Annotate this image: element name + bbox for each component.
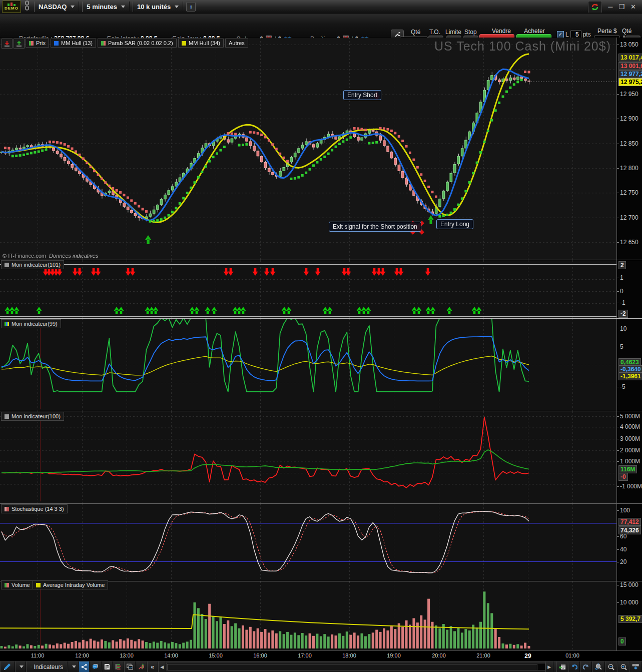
indicators-dropdown[interactable]: [68, 661, 79, 672]
goto-date-button[interactable]: [556, 661, 568, 672]
axis-tick-label: 4 000M: [620, 423, 640, 430]
chevron-down-icon: [72, 665, 76, 668]
axis-value-box: 2: [618, 261, 626, 269]
volume-tab[interactable]: Volume: [1, 580, 34, 589]
info-button[interactable]: i: [186, 2, 196, 12]
demo-badge: DEMO: [2, 1, 21, 13]
axis-value-box: 116M: [618, 465, 637, 473]
axis-tick-label: 12 800: [620, 165, 638, 172]
collapse-icon: «: [151, 663, 154, 670]
sell-header: Vendre: [489, 28, 514, 35]
scrollbar-thumb[interactable]: [167, 664, 537, 670]
title-bar: DEMO NASDAQ 5 minutes 10 k unités i ─: [0, 0, 642, 14]
buy-header: Acheter: [520, 28, 548, 35]
sell-marker-button[interactable]: [2, 39, 13, 49]
panel-separator[interactable]: [0, 503, 642, 504]
stochastic-tab[interactable]: Stochastique (14 3 3): [1, 504, 68, 513]
axis-tick-label: 100: [620, 507, 630, 514]
axis-tick-mark: [617, 416, 619, 417]
axis-tick-mark: [617, 45, 619, 45]
axis-value-box: 13 001,6: [618, 62, 642, 70]
windows-button[interactable]: [124, 661, 136, 672]
indicator-100-tab[interactable]: Mon indicateur(100): [1, 412, 64, 421]
indicators-button[interactable]: Indicateurs: [26, 661, 68, 672]
draw-tool-dropdown[interactable]: [15, 661, 26, 672]
axis-tick-label: 10 000: [620, 599, 638, 606]
time-axis[interactable]: 11:0012:0013:0014:0015:0016:0017:0018:00…: [0, 650, 642, 661]
axis-tick-mark: [617, 510, 619, 511]
volume-canvas[interactable]: [0, 581, 616, 650]
axis-value-box: 5 392,7: [618, 615, 642, 623]
indicator-99-tab[interactable]: Mon indicateur(99): [1, 319, 61, 328]
instrument-selector[interactable]: NASDAQ: [34, 2, 79, 12]
indicator-100-canvas[interactable]: [0, 411, 616, 504]
axis-tick-label: 5 000M: [620, 413, 640, 420]
axis-value-box: 12 977,2: [618, 70, 642, 78]
news-button[interactable]: [102, 661, 113, 672]
share-button[interactable]: [79, 661, 90, 672]
close-button[interactable]: ✕: [630, 3, 636, 11]
zoom-fit-button[interactable]: [592, 661, 605, 672]
scroll-left-button[interactable]: ◀: [158, 661, 166, 672]
legend-item-prix[interactable]: Prix: [26, 39, 49, 48]
stop-label: Stop: [464, 29, 477, 36]
indicator-101-canvas[interactable]: [0, 260, 616, 319]
redo-button[interactable]: [580, 661, 592, 672]
time-axis-label: 15:00: [209, 652, 223, 658]
indicator-99-title: Mon indicateur(99): [12, 321, 58, 327]
legend-item-mm-hull-13-[interactable]: MM Hull (13): [51, 39, 96, 48]
instrument-watermark: US Tech 100 Cash (Mini 20$): [434, 39, 611, 54]
axis-value-box: 74,326: [618, 526, 641, 534]
limit-label: Limite: [445, 29, 461, 36]
chat-button[interactable]: [90, 661, 102, 672]
columns-button[interactable]: [629, 661, 642, 672]
chart-scrollbar[interactable]: [166, 663, 545, 670]
orderbook-button[interactable]: [113, 661, 124, 672]
axis-tick-mark: [617, 144, 619, 144]
time-axis-label: 29: [524, 652, 531, 659]
legend-item-autres[interactable]: Autres: [225, 39, 248, 48]
maximize-button[interactable]: ❒: [618, 3, 624, 11]
stochastic-chip-icon: [5, 507, 9, 511]
zoom-out-button[interactable]: [605, 661, 617, 672]
axis-value-box: -0: [618, 473, 628, 481]
zoom-in-button[interactable]: [617, 661, 630, 672]
limit-checkbox[interactable]: ✓: [557, 31, 564, 38]
axis-tick-mark: [617, 278, 619, 278]
undo-button[interactable]: [568, 661, 580, 672]
axis-tick-label: 13 050: [620, 41, 638, 48]
panel-separator[interactable]: [0, 318, 642, 319]
avg-volume-tab[interactable]: Average Intraday Volume: [33, 580, 108, 589]
scroll-right-button[interactable]: ▶: [545, 661, 553, 672]
axis-tick-label: 2 000M: [620, 447, 640, 454]
undo-icon: [571, 663, 578, 670]
axis-tick-mark: [617, 387, 619, 387]
axis-value-box: 77,412: [618, 518, 641, 526]
panel-separator[interactable]: [0, 411, 642, 411]
legend-item-mm-hull-34-[interactable]: MM Hull (34): [178, 39, 224, 48]
link-icon[interactable]: [24, 1, 31, 13]
axis-tick-label: -1 000M: [620, 483, 642, 490]
price-chart-canvas[interactable]: [0, 38, 616, 260]
indicator-101-tab[interactable]: Mon indicateur(101): [1, 260, 64, 269]
timeframe-selector[interactable]: 5 minutes: [82, 2, 130, 12]
axis-tick-mark: [617, 549, 619, 550]
volume-chip-icon: [5, 583, 9, 587]
panel-separator[interactable]: [0, 260, 642, 260]
axis-tick-label: 12 650: [620, 239, 638, 246]
time-axis-label: 18:00: [342, 652, 356, 658]
minimize-button[interactable]: ─: [608, 3, 612, 11]
units-selector[interactable]: 10 k unités: [133, 2, 183, 12]
legend-item-parab-sar-0-02-0-02-0-2-[interactable]: Parab SAR (0.02 0.02 0.2): [98, 39, 177, 48]
axis-tick-label: 20: [620, 558, 626, 565]
collapse-button[interactable]: «: [147, 661, 158, 672]
sync-button[interactable]: [588, 1, 602, 13]
value-axis-column[interactable]: 13 05012 95012 90012 85012 80012 75012 7…: [616, 38, 642, 650]
chevron-down-icon: [121, 6, 125, 8]
buy-marker-button[interactable]: [14, 39, 25, 49]
pencil-icon: [4, 663, 12, 670]
indicator-99-canvas[interactable]: [0, 319, 616, 411]
draw-tool-button[interactable]: [0, 661, 15, 672]
backtest-button[interactable]: [136, 661, 147, 672]
stochastic-canvas[interactable]: [0, 504, 616, 581]
